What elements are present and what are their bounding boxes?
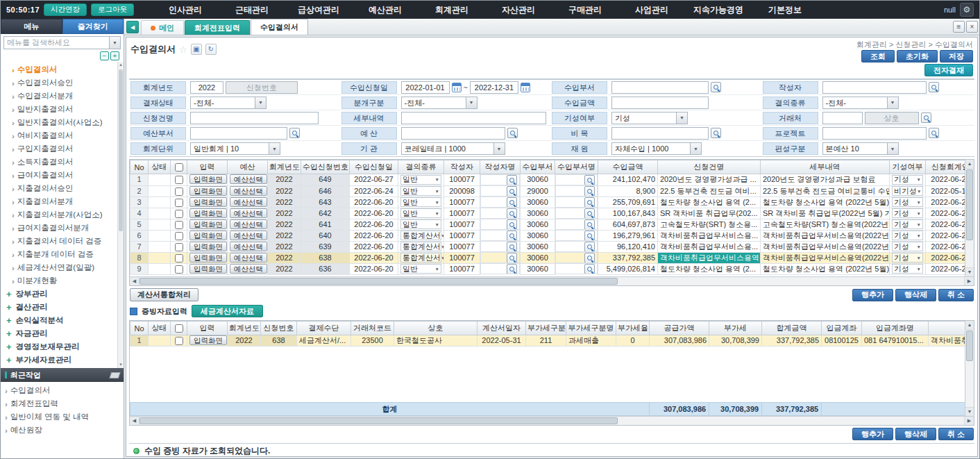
popup-window-icon[interactable]: ▣ [191, 44, 202, 55]
scroll-left-icon[interactable]: ◀ [130, 417, 140, 425]
search-icon[interactable] [584, 264, 595, 274]
row-checkbox[interactable] [175, 221, 183, 229]
table-row[interactable]: 9 입력화면 예산선택 2022 636 2022-06-20 일반▼ [130, 263, 965, 274]
fiscal-year-input[interactable]: 2022 [190, 81, 223, 94]
table-row[interactable]: 2 입력화면 예산선택 2022 646 2022-06-24 일반▼ [130, 185, 965, 197]
sidebar-menu-item[interactable]: › 미분개현황 [5, 274, 115, 287]
search-icon[interactable] [584, 175, 595, 185]
top-menu-item[interactable]: 사업관리 [618, 4, 685, 16]
request-title-input[interactable] [190, 112, 319, 124]
col-title[interactable]: 신청건명 [658, 160, 761, 174]
col-vendor-name[interactable]: 상호 [394, 322, 478, 335]
sidebar-menu-item[interactable]: › 세금계산서연결(일괄) [5, 261, 115, 274]
sidebar-group-item[interactable]: + 부가세자료관리 [5, 353, 115, 367]
col-vat-name[interactable]: 부가세구분명 [566, 322, 616, 335]
completion-select[interactable]: 기성▼ [611, 112, 688, 124]
project-input[interactable] [822, 127, 927, 140]
sidebar-tab-favorites[interactable]: 즐겨찾기 [62, 19, 124, 34]
input-screen-button[interactable]: 입력화면 [189, 242, 227, 251]
detail-input[interactable] [401, 112, 547, 124]
writer-input[interactable] [822, 81, 927, 94]
decision-type-cell-select[interactable]: 통합계산서▼ [400, 242, 441, 251]
sidebar-menu-item[interactable]: › 지출결의서 데이터 검증 [5, 235, 115, 248]
sidebar-group-item[interactable]: + 장부관리 [5, 287, 115, 301]
approval-status-select[interactable]: -전체-▼ [190, 97, 267, 109]
col-decision-type[interactable]: 결의종류 [398, 160, 444, 174]
budget-input[interactable] [401, 127, 505, 140]
mdi-tab[interactable]: 메인 [141, 20, 184, 35]
vertical-scrollbar[interactable]: ▲ ▼ [965, 321, 974, 416]
col-no[interactable]: No [130, 322, 149, 335]
scroll-up-icon[interactable]: ▲ [965, 321, 974, 330]
decision-type-cell-select[interactable]: 일반▼ [400, 175, 441, 185]
favorite-star-icon[interactable]: ☆ [179, 44, 187, 55]
add-row-button[interactable]: 행추가 [852, 289, 893, 301]
row-checkbox[interactable] [175, 176, 183, 184]
col-deposit-account-name[interactable]: 입금계좌명 [862, 322, 929, 335]
row-checkbox[interactable] [175, 243, 183, 251]
budget-select-button[interactable]: 예산선택 [230, 219, 267, 229]
recent-item[interactable]: › 일반이체 연동 및 내역 [5, 410, 119, 424]
search-icon[interactable] [921, 112, 931, 123]
organization-select[interactable]: 코레일테크 | 1000▼ [401, 142, 505, 155]
col-vat-rate[interactable]: 부가세율 [616, 322, 650, 335]
eraser-icon[interactable] [110, 372, 121, 378]
search-icon[interactable] [507, 219, 517, 230]
row-checkbox[interactable] [175, 254, 183, 262]
input-screen-button[interactable]: 입력화면 [189, 219, 227, 229]
budget-select-button[interactable]: 예산선택 [230, 264, 267, 274]
scrollbar-thumb[interactable] [119, 69, 123, 231]
decision-type-cell-select[interactable]: 일반▼ [400, 208, 441, 218]
completion-cell-select[interactable]: 기성▼ [892, 197, 923, 207]
sidebar-menu-item[interactable]: › 지출결의서분개(사업소) [5, 208, 115, 222]
col-writer[interactable]: 작성자 [444, 160, 480, 174]
top-menu-item[interactable]: 예산관리 [352, 4, 419, 16]
decision-type-cell-select[interactable]: 일반▼ [400, 264, 441, 274]
row-checkbox[interactable] [175, 210, 183, 218]
col-bill-date[interactable]: 계산서일자 [478, 322, 526, 335]
col-fiscal-year[interactable]: 회계년도 [268, 160, 301, 174]
sidebar-menu-item[interactable]: › 급여지출결의서분개 [5, 222, 115, 235]
sidebar-menu-item[interactable]: › 구입지출결의서 [5, 142, 115, 156]
search-icon[interactable] [507, 175, 517, 185]
sidebar-group-item[interactable]: + 경영정보재무관리 [5, 340, 115, 353]
search-icon[interactable] [584, 253, 595, 263]
horizontal-scrollbar[interactable]: ◀ ▶ [130, 276, 974, 285]
select-all-checkbox[interactable] [175, 163, 183, 172]
sidebar-menu-item[interactable]: › 지출결의서분개 [5, 195, 115, 208]
top-menu-item[interactable]: 지속가능경영 [685, 4, 752, 16]
sidebar-scrollbar[interactable]: ▲ ▼ [117, 62, 124, 368]
budget-dept-input[interactable] [190, 127, 287, 140]
invoice-merge-button[interactable]: 계산서통합처리 [130, 288, 198, 301]
sidebar-menu-item[interactable]: › 급여지출결의서 [5, 169, 115, 182]
cancel-button[interactable]: 취 소 [938, 289, 974, 301]
calendar-icon[interactable] [452, 83, 462, 92]
vendor-name-input[interactable]: 상호 [865, 112, 919, 124]
input-screen-button[interactable]: 입력화면 [189, 231, 227, 240]
sidebar-group-item[interactable]: + 손익실적분석 [5, 314, 115, 327]
col-dept[interactable]: 수입부서 [521, 160, 555, 174]
search-icon[interactable] [584, 242, 595, 252]
sidebar-menu-item[interactable]: › 소득지출결의서 [5, 156, 115, 169]
completion-cell-select[interactable]: 기성▼ [892, 219, 923, 229]
col-dept-name[interactable]: 수입부서명 [555, 160, 598, 174]
completion-cell-select[interactable]: 기성▼ [892, 253, 923, 262]
date-from-input[interactable]: 2022-01-01 [401, 81, 450, 94]
decision-type-cell-select[interactable]: 일반▼ [400, 219, 441, 229]
scrollbar-thumb[interactable] [966, 331, 973, 361]
decision-type-select[interactable]: -전체-▼ [822, 97, 899, 109]
col-note[interactable]: 적요 [929, 322, 965, 335]
table-row[interactable]: 4 입력화면 예산선택 2022 642 2022-06-20 일반▼ [130, 208, 965, 219]
top-menu-item[interactable]: 회계관리 [419, 4, 485, 16]
top-menu-item[interactable]: 기본정보 [752, 4, 818, 16]
search-icon[interactable] [507, 253, 517, 263]
search-icon[interactable] [507, 208, 517, 219]
col-payment-method[interactable]: 결제수단 [297, 322, 351, 335]
scroll-right-icon[interactable]: ▶ [964, 417, 974, 425]
tab-list-icon[interactable]: ≡ [953, 21, 965, 33]
decision-type-cell-select[interactable]: 일반▼ [400, 197, 441, 207]
col-vat-amount[interactable]: 부가세 [709, 322, 762, 335]
col-writer-name[interactable]: 작성자명 [480, 160, 521, 174]
top-menu-item[interactable]: 자산관리 [485, 4, 552, 16]
col-completion[interactable]: 기성여부 [890, 160, 926, 174]
